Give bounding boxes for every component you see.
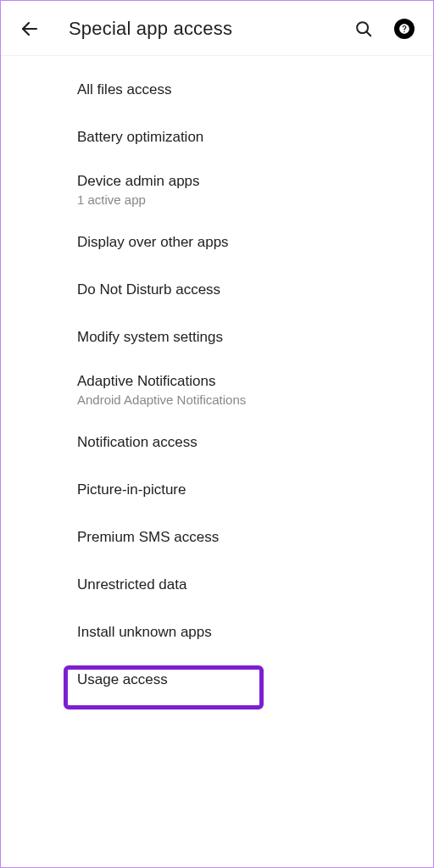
item-title: Unrestricted data [77, 576, 433, 593]
item-subtitle: Android Adaptive Notifications [77, 392, 433, 407]
item-unrestricted-data[interactable]: Unrestricted data [1, 561, 433, 609]
item-title: Do Not Disturb access [77, 281, 433, 298]
item-modify-system-settings[interactable]: Modify system settings [1, 314, 433, 361]
page-title: Special app access [69, 18, 353, 40]
search-icon[interactable] [353, 19, 374, 39]
svg-line-2 [366, 31, 370, 36]
item-picture-in-picture[interactable]: Picture-in-picture [1, 466, 433, 514]
item-title: Usage access [77, 671, 433, 688]
item-subtitle: 1 active app [77, 192, 433, 207]
item-title: All files access [77, 81, 433, 98]
item-title: Display over other apps [77, 234, 433, 251]
item-title: Premium SMS access [77, 529, 433, 546]
item-do-not-disturb-access[interactable]: Do Not Disturb access [1, 266, 433, 314]
item-all-files-access[interactable]: All files access [1, 66, 433, 114]
item-title: Install unknown apps [77, 624, 433, 641]
item-install-unknown-apps[interactable]: Install unknown apps [1, 609, 433, 656]
item-usage-access[interactable]: Usage access [1, 656, 433, 704]
header: Special app access [1, 1, 433, 56]
back-icon[interactable] [19, 19, 40, 39]
item-battery-optimization[interactable]: Battery optimization [1, 114, 433, 161]
item-adaptive-notifications[interactable]: Adaptive Notifications Android Adaptive … [1, 361, 433, 419]
item-display-over-other-apps[interactable]: Display over other apps [1, 219, 433, 266]
item-title: Notification access [77, 434, 433, 451]
item-notification-access[interactable]: Notification access [1, 419, 433, 466]
item-title: Adaptive Notifications [77, 373, 433, 390]
help-icon[interactable] [394, 19, 415, 39]
item-title: Picture-in-picture [77, 481, 433, 498]
item-title: Device admin apps [77, 173, 433, 190]
item-device-admin-apps[interactable]: Device admin apps 1 active app [1, 161, 433, 219]
item-premium-sms-access[interactable]: Premium SMS access [1, 514, 433, 561]
item-title: Battery optimization [77, 129, 433, 146]
item-title: Modify system settings [77, 329, 433, 346]
settings-list: All files access Battery optimization De… [1, 56, 433, 704]
